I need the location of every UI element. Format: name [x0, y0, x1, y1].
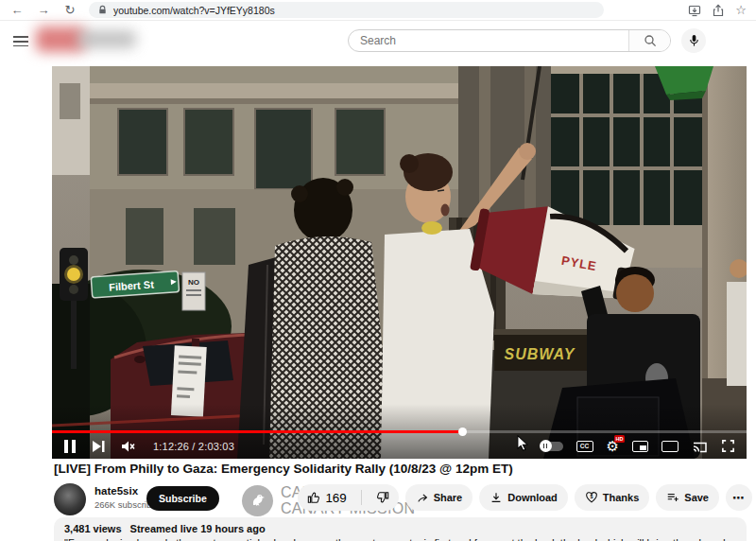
autoplay-toggle[interactable] — [541, 442, 563, 451]
back-icon[interactable]: ← — [9, 4, 25, 16]
subtitles-button[interactable]: CC — [576, 441, 593, 452]
cast-button[interactable] — [692, 440, 708, 453]
miniplayer-icon — [632, 441, 648, 452]
more-icon: ⋯ — [732, 491, 746, 505]
save-playlist-icon — [666, 491, 679, 504]
lock-icon — [97, 5, 108, 15]
description-box[interactable]: 3,481 views Streamed live 19 hours ago "… — [54, 517, 747, 541]
no-sign-label: NO — [188, 278, 199, 287]
share-icon — [416, 491, 429, 504]
like-dislike-pill: 169 — [298, 484, 398, 511]
theater-button[interactable] — [662, 441, 679, 452]
canary-logo — [242, 485, 273, 516]
like-button[interactable]: 169 — [298, 484, 355, 511]
download-icon — [490, 491, 503, 504]
miniplayer-button[interactable] — [632, 441, 648, 452]
video-frame: Filbert St NO — [52, 66, 747, 459]
save-label: Save — [684, 492, 709, 503]
browser-toolbar: ← → ↻ youtube.com/watch?v=JYfEYy8180s ☆ — [0, 0, 756, 21]
voice-search-button[interactable] — [681, 28, 706, 53]
video-title: [LIVE] From Philly to Gaza: Emergency So… — [54, 462, 725, 476]
settings-button[interactable]: ⚙ HD — [607, 439, 619, 453]
view-count: 3,481 views — [64, 523, 122, 534]
search-input[interactable] — [349, 34, 628, 47]
cast-icon — [692, 440, 708, 453]
search-icon — [644, 34, 657, 47]
save-button[interactable]: Save — [656, 484, 719, 511]
no-parking-sign: NO — [182, 272, 205, 310]
svg-text:$: $ — [590, 494, 593, 499]
menu-icon[interactable] — [13, 33, 28, 49]
theater-icon — [662, 441, 679, 452]
video-player[interactable]: Filbert St NO — [52, 66, 747, 459]
volume-button[interactable] — [120, 439, 136, 454]
more-actions-button[interactable]: ⋯ — [726, 484, 752, 511]
cc-icon: CC — [576, 441, 593, 452]
action-buttons: 169 Share Download $ Thanks Save — [298, 484, 752, 511]
next-button[interactable] — [92, 439, 105, 454]
subscribe-button[interactable]: Subscribe — [146, 486, 219, 511]
dislike-button[interactable] — [367, 484, 399, 511]
reload-icon[interactable]: ↻ — [62, 4, 77, 16]
thumbs-up-icon — [307, 491, 320, 504]
fullscreen-button[interactable] — [721, 439, 735, 453]
share-button[interactable]: Share — [405, 484, 473, 511]
volume-muted-icon — [120, 439, 136, 454]
bookmark-star-icon[interactable]: ☆ — [735, 4, 747, 16]
description-text: "For a colonized people the most essenti… — [64, 537, 736, 541]
youtube-header — [0, 21, 756, 59]
player-controls: 1:12:26 / 2:03:03 CC ⚙ HD — [52, 433, 747, 459]
canary-bird-icon — [249, 491, 267, 510]
fullscreen-icon — [721, 439, 735, 453]
youtube-logo-redacted[interactable] — [34, 24, 147, 56]
share-page-icon[interactable] — [712, 4, 725, 17]
thanks-button[interactable]: $ Thanks — [575, 484, 650, 511]
pill-divider — [361, 490, 362, 505]
thanks-label: Thanks — [603, 492, 640, 503]
share-label: Share — [434, 492, 463, 503]
subway-sign-label: SUBWAY — [504, 346, 575, 362]
thanks-heart-icon: $ — [585, 491, 598, 504]
time-display: 1:12:26 / 2:03:03 — [153, 441, 234, 452]
download-button[interactable]: Download — [479, 484, 568, 511]
forward-icon[interactable]: → — [36, 4, 51, 16]
save-to-device-icon[interactable] — [688, 4, 701, 17]
streamed-time: Streamed live 19 hours ago — [130, 523, 266, 534]
next-icon — [92, 439, 105, 454]
subway-sign: SUBWAY — [494, 329, 589, 371]
hd-badge: HD — [614, 435, 625, 443]
channel-name[interactable]: hate5six — [94, 485, 138, 497]
pause-icon — [63, 439, 77, 454]
pause-button[interactable] — [63, 439, 77, 454]
channel-avatar[interactable] — [54, 483, 86, 515]
address-bar[interactable]: youtube.com/watch?v=JYfEYy8180s — [89, 2, 604, 18]
search-button[interactable] — [628, 30, 670, 51]
url-text: youtube.com/watch?v=JYfEYy8180s — [113, 5, 275, 16]
search-bar — [348, 29, 671, 52]
microphone-icon — [688, 34, 700, 47]
like-count: 169 — [325, 491, 346, 505]
download-label: Download — [507, 492, 558, 503]
logo-blur-gray — [77, 30, 136, 48]
thumbs-down-icon — [376, 491, 389, 504]
